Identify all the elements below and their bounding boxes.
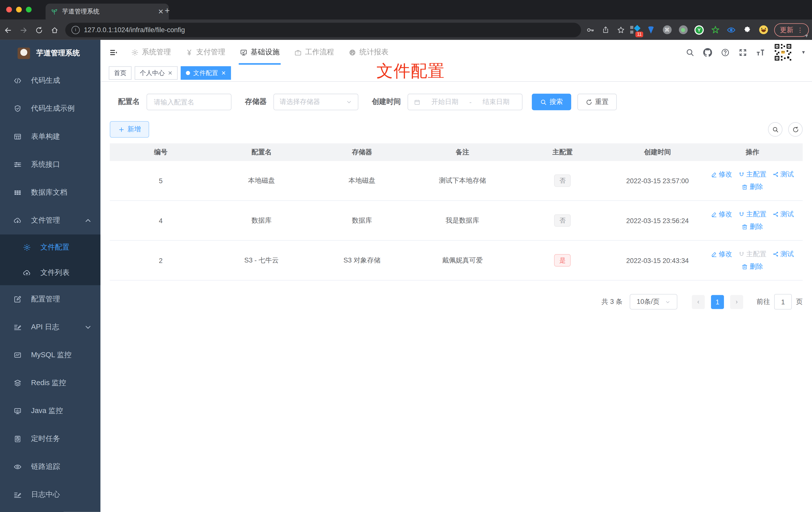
search-icon bbox=[772, 126, 779, 133]
extension-y-icon[interactable]: Y bbox=[695, 25, 704, 34]
extension-command-icon[interactable]: ⌘ bbox=[662, 25, 672, 34]
github-icon[interactable] bbox=[703, 48, 712, 57]
browser-tab[interactable]: 芋道管理系统 ✕ bbox=[46, 4, 169, 20]
extension-emoji-icon[interactable] bbox=[759, 25, 768, 34]
tag-file-config[interactable]: 文件配置 ✕ bbox=[181, 66, 231, 80]
master-link-disabled: 主配置 bbox=[738, 249, 766, 259]
sidebar-item-db-doc[interactable]: 数据库文档 bbox=[0, 179, 100, 206]
test-link[interactable]: 测试 bbox=[773, 210, 794, 219]
goto-label: 前往 bbox=[757, 297, 770, 306]
reset-button[interactable]: 重置 bbox=[577, 94, 617, 110]
password-key-icon[interactable] bbox=[586, 26, 594, 34]
sidebar-item-code-gen[interactable]: 代码生成 bbox=[0, 67, 100, 95]
sidebar-item-redis-monitor[interactable]: Redis 监控 bbox=[0, 369, 100, 397]
tag-close-icon[interactable]: ✕ bbox=[221, 69, 226, 76]
cell-created: 2022-03-15 20:43:34 bbox=[613, 257, 702, 264]
bookmark-star-icon[interactable] bbox=[617, 26, 625, 34]
browser-forward-button[interactable] bbox=[16, 25, 31, 34]
table-row: 4 数据库 数据库 我是数据库 否 2022-03-15 23:56:24 修改… bbox=[110, 201, 803, 241]
maximize-window-button[interactable] bbox=[26, 7, 32, 12]
sidebar-item-file-list[interactable]: 文件列表 bbox=[0, 260, 100, 285]
nav-item-system[interactable]: 系统管理 bbox=[124, 40, 178, 65]
tab-close-icon[interactable]: ✕ bbox=[158, 8, 164, 16]
browser-reload-button[interactable] bbox=[31, 25, 47, 34]
delete-link[interactable]: 删除 bbox=[742, 262, 763, 271]
nav-item-payment[interactable]: 支付管理 bbox=[178, 40, 232, 65]
date-range-picker[interactable]: 开始日期 - 结束日期 bbox=[407, 94, 522, 110]
sidebar-item-file-config[interactable]: 文件配置 bbox=[0, 235, 100, 260]
search-icon[interactable] bbox=[686, 48, 694, 57]
minimize-window-button[interactable] bbox=[16, 7, 22, 12]
sidebar-collapse-icon[interactable] bbox=[109, 48, 117, 57]
sidebar-item-java-monitor[interactable]: Java 监控 bbox=[0, 397, 100, 425]
user-menu-caret-icon[interactable]: ▼ bbox=[801, 50, 806, 55]
test-link[interactable]: 测试 bbox=[773, 249, 794, 259]
delete-link[interactable]: 删除 bbox=[742, 222, 763, 231]
tag-home[interactable]: 首页 bbox=[109, 66, 132, 80]
toolbar-overflow-caret-icon[interactable]: ▼ bbox=[804, 33, 809, 38]
yen-icon bbox=[185, 48, 193, 56]
user-avatar-qr[interactable] bbox=[774, 43, 792, 62]
test-link[interactable]: 测试 bbox=[773, 170, 794, 179]
site-info-icon[interactable]: i bbox=[71, 26, 80, 34]
extensions-puzzle-icon[interactable] bbox=[743, 25, 752, 34]
next-page-button[interactable]: › bbox=[730, 295, 743, 309]
edit-link[interactable]: 修改 bbox=[711, 249, 732, 259]
sidebar-item-trace[interactable]: 链路追踪 bbox=[0, 453, 100, 481]
extension-balloon-icon[interactable] bbox=[646, 25, 656, 34]
cell-storage: S3 对象存储 bbox=[312, 256, 413, 265]
sidebar-item-config-manage[interactable]: 配置管理 bbox=[0, 285, 100, 313]
current-page-button[interactable]: 1 bbox=[711, 295, 724, 309]
storage-select[interactable]: 请选择存储器 bbox=[273, 94, 358, 110]
start-date-placeholder[interactable]: 开始日期 bbox=[425, 97, 465, 107]
prev-page-button[interactable]: ‹ bbox=[692, 295, 705, 309]
sidebar-item-file-manage[interactable]: 文件管理 bbox=[0, 207, 100, 235]
log-edit-icon bbox=[13, 323, 22, 331]
fullscreen-icon[interactable] bbox=[738, 48, 747, 57]
sidebar-item-code-demo[interactable]: 代码生成示例 bbox=[0, 95, 100, 123]
show-search-toggle-button[interactable] bbox=[768, 122, 782, 137]
browser-home-button[interactable] bbox=[47, 25, 62, 34]
end-date-placeholder[interactable]: 结束日期 bbox=[476, 97, 517, 107]
gear-icon bbox=[23, 243, 31, 251]
page-size-select[interactable]: 10条/页 bbox=[630, 294, 677, 309]
master-link[interactable]: 主配置 bbox=[738, 170, 766, 179]
nav-item-workflow[interactable]: 工作流程 bbox=[287, 40, 341, 65]
add-button[interactable]: 新增 bbox=[110, 121, 149, 138]
goto-page-input[interactable] bbox=[774, 294, 792, 309]
edit-square-icon bbox=[13, 295, 22, 303]
pencil-icon bbox=[711, 251, 717, 257]
sidebar-item-system-api[interactable]: 系统接口 bbox=[0, 151, 100, 179]
browser-menu-dots-icon[interactable]: ⋮ bbox=[797, 26, 803, 33]
sidebar-item-api-log[interactable]: API 日志 bbox=[0, 313, 100, 341]
extension-record-icon[interactable] bbox=[678, 25, 688, 34]
share-icon[interactable] bbox=[602, 26, 609, 34]
new-tab-button[interactable]: + bbox=[165, 6, 170, 15]
extension-eye-icon[interactable] bbox=[726, 25, 736, 34]
sidebar-item-mysql-monitor[interactable]: MySQL 监控 bbox=[0, 341, 100, 369]
help-icon[interactable] bbox=[721, 48, 730, 57]
tag-close-icon[interactable]: ✕ bbox=[168, 69, 173, 76]
browser-back-button[interactable] bbox=[0, 25, 16, 34]
nav-item-infrastructure[interactable]: 基础设施 bbox=[232, 40, 287, 65]
sidebar-item-scheduled-task[interactable]: 定时任务 bbox=[0, 425, 100, 453]
sidebar-logo[interactable]: 芋道管理系统 bbox=[0, 40, 100, 67]
extension-star-icon[interactable] bbox=[710, 25, 720, 34]
config-name-input[interactable] bbox=[153, 97, 226, 106]
extension-tabs-icon[interactable]: 11 bbox=[630, 25, 639, 34]
delete-link[interactable]: 删除 bbox=[742, 182, 763, 191]
address-bar[interactable]: i 127.0.0.1:1024/infra/file/file-config bbox=[65, 23, 581, 37]
close-window-button[interactable] bbox=[6, 7, 12, 12]
master-link[interactable]: 主配置 bbox=[738, 210, 766, 219]
font-size-icon[interactable] bbox=[756, 48, 765, 57]
url-text: 127.0.0.1:1024/infra/file/file-config bbox=[84, 26, 185, 34]
tag-profile[interactable]: 个人中心 ✕ bbox=[135, 66, 178, 80]
sidebar-item-log-center[interactable]: 日志中心 bbox=[0, 481, 100, 509]
refresh-table-button[interactable] bbox=[788, 122, 803, 137]
macos-traffic-lights[interactable] bbox=[6, 7, 32, 12]
sidebar-item-form-builder[interactable]: 表单构建 bbox=[0, 123, 100, 151]
search-button[interactable]: 搜索 bbox=[532, 94, 571, 110]
chrome-update-button[interactable]: 更新 ⋮ bbox=[774, 23, 809, 36]
edit-link[interactable]: 修改 bbox=[711, 210, 732, 219]
edit-link[interactable]: 修改 bbox=[711, 170, 732, 179]
